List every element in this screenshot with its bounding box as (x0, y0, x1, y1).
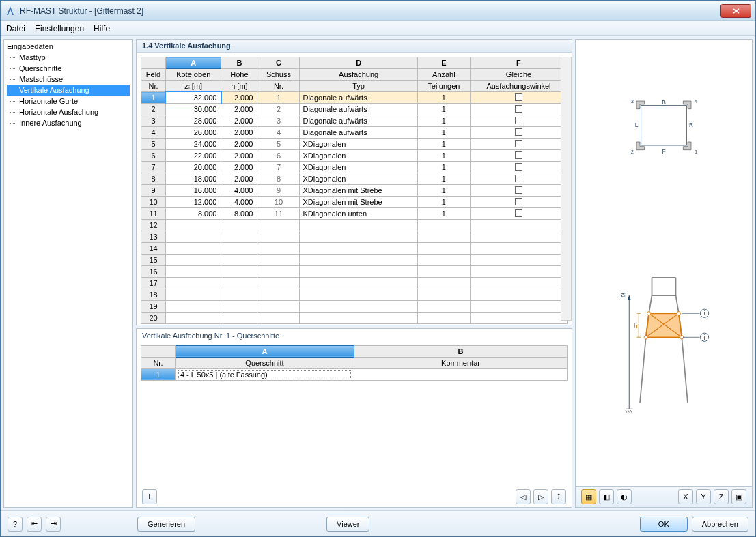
content: Eingabedaten MasttypQuerschnitteMastschü… (1, 36, 755, 510)
cross-section-diagram: B F L R 3 4 2 1 (623, 94, 705, 162)
svg-text:1: 1 (695, 148, 697, 154)
svg-text:j: j (703, 333, 705, 340)
subgrid-wrap: ABNr.QuerschnittKommentar14 - L 50x5 | (… (137, 341, 572, 487)
sidebar-item-4[interactable]: Horizontale Gurte (7, 96, 130, 106)
view-y-button[interactable]: Y (696, 489, 711, 504)
view-btn-1[interactable]: ▦ (581, 489, 596, 504)
sidebar-item-0[interactable]: Masttyp (7, 52, 130, 63)
top-panel: 1.4 Vertikale Ausfachung ABCDEFFeldKote … (136, 39, 572, 325)
goto-button[interactable]: ⤴ (551, 489, 566, 504)
svg-text:F: F (662, 147, 665, 154)
viewer-button[interactable]: Viewer (326, 517, 369, 532)
app-icon (5, 5, 16, 16)
svg-text:L: L (635, 121, 639, 128)
app-window: RF-MAST Struktur - [Gittermast 2] Datei … (0, 0, 756, 537)
view-btn-2[interactable]: ◧ (599, 489, 614, 504)
import-button[interactable]: ⇤ (27, 517, 42, 532)
bottom-panel: Vertikale Ausfachung Nr. 1 - Querschnitt… (136, 328, 572, 508)
svg-point-15 (644, 335, 647, 338)
view-z-button[interactable]: Z (714, 489, 729, 504)
svg-text:2: 2 (631, 148, 634, 154)
sidebar-item-5[interactable]: Horizontale Ausfachung (7, 106, 130, 117)
svg-text:B: B (662, 99, 666, 106)
sidebar-item-2[interactable]: Mastschüsse (7, 74, 130, 85)
close-button[interactable] (720, 4, 751, 18)
tower-diagram: zᵢ (616, 255, 712, 432)
bottombar: ? ⇤ ⇥ Generieren Viewer OK Abbrechen (1, 510, 755, 536)
graphic-panel: B F L R 3 4 2 1 zᵢ (575, 39, 753, 487)
svg-point-13 (647, 311, 651, 315)
menu-file[interactable]: Datei (6, 24, 25, 33)
vertical-scrollbar[interactable] (561, 57, 572, 321)
svg-rect-0 (641, 105, 687, 145)
view-btn-3[interactable]: ◐ (617, 489, 632, 504)
help-button[interactable]: ? (8, 517, 23, 532)
view-toolbar: ▦ ◧ ◐ X Y Z ▣ (575, 487, 753, 508)
sidebar-item-1[interactable]: Querschnitte (7, 63, 130, 74)
subgrid-title: Vertikale Ausfachung Nr. 1 - Querschnitt… (137, 329, 572, 341)
window-title: RF-MAST Struktur - [Gittermast 2] (20, 6, 720, 16)
sub-grid[interactable]: ABNr.QuerschnittKommentar14 - L 50x5 | (… (141, 345, 568, 381)
prev-button[interactable]: ◁ (516, 489, 531, 504)
svg-text:i: i (704, 309, 705, 316)
view-iso-button[interactable]: ▣ (731, 489, 746, 504)
menu-settings[interactable]: Einstellungen (35, 24, 84, 33)
svg-text:zᵢ: zᵢ (621, 290, 626, 297)
svg-point-14 (677, 311, 680, 315)
sub-toolbar: i ◁ ▷ ⤴ (137, 487, 572, 507)
svg-text:R: R (689, 121, 693, 128)
menu-help[interactable]: Hilfe (94, 24, 110, 33)
titlebar: RF-MAST Struktur - [Gittermast 2] (1, 1, 755, 21)
sidebar-item-6[interactable]: Innere Ausfachung (7, 117, 130, 128)
view-x-button[interactable]: X (678, 489, 693, 504)
svg-text:3: 3 (631, 98, 634, 104)
sidebar-item-3[interactable]: Vertikale Ausfachung (7, 85, 130, 96)
panel-title: 1.4 Vertikale Ausfachung (137, 40, 572, 53)
export-button[interactable]: ⇥ (46, 517, 61, 532)
svg-text:h: h (634, 322, 637, 330)
svg-text:4: 4 (695, 98, 697, 104)
info-button[interactable]: i (142, 489, 157, 504)
sidebar: Eingabedaten MasttypQuerschnitteMastschü… (3, 39, 133, 508)
main-grid[interactable]: ABCDEFFeldKote obenHöheSchussAusfachungA… (141, 57, 568, 324)
main-area: 1.4 Vertikale Ausfachung ABCDEFFeldKote … (136, 39, 572, 508)
right-pane: B F L R 3 4 2 1 zᵢ (575, 39, 753, 508)
generate-button[interactable]: Generieren (137, 517, 195, 532)
grid-wrap: ABCDEFFeldKote obenHöheSchussAusfachungA… (137, 53, 572, 325)
sidebar-root[interactable]: Eingabedaten (7, 42, 130, 50)
next-button[interactable]: ▷ (533, 489, 548, 504)
ok-button[interactable]: OK (640, 517, 688, 532)
menubar: Datei Einstellungen Hilfe (1, 21, 755, 36)
cancel-button[interactable]: Abbrechen (692, 517, 748, 532)
